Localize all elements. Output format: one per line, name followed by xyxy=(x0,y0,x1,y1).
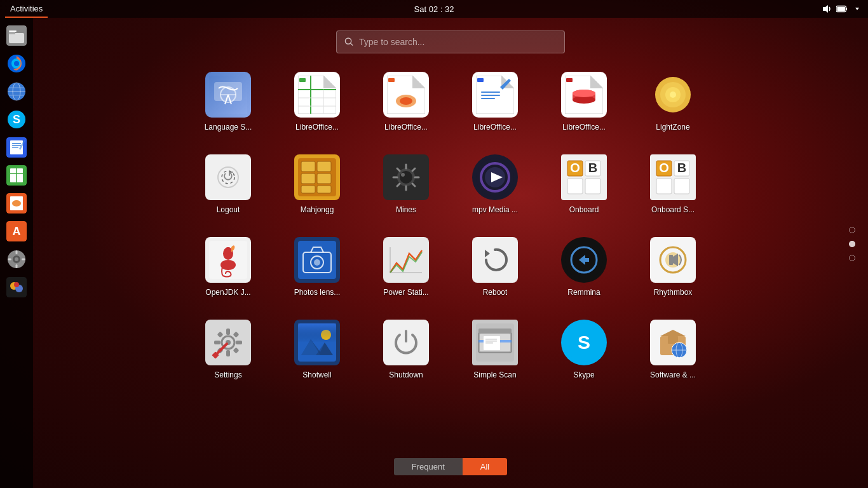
page-dot-2[interactable] xyxy=(849,241,855,247)
app-rhythmbox[interactable]: Rhythmbox xyxy=(635,229,711,305)
svg-rect-71 xyxy=(481,98,495,99)
app-power-station[interactable]: Power Stati... xyxy=(368,229,444,305)
svg-text:S: S xyxy=(13,113,20,126)
svg-rect-149 xyxy=(214,341,220,344)
dock-item-appstore[interactable]: A xyxy=(4,219,29,244)
app-label: Logout xyxy=(217,205,240,214)
svg-point-105 xyxy=(401,173,405,177)
search-icon xyxy=(344,37,354,47)
svg-rect-148 xyxy=(226,350,230,356)
tab-frequent[interactable]: Frequent xyxy=(394,458,463,475)
svg-rect-40 xyxy=(22,259,25,261)
app-openjdk[interactable]: OpenJDK J... xyxy=(190,229,266,305)
app-label: Shotwell xyxy=(302,370,331,379)
app-label: LibreOffice... xyxy=(562,123,606,132)
app-row-4: Settings Shotwell xyxy=(190,311,711,388)
pagination-dots xyxy=(849,227,855,261)
svg-rect-135 xyxy=(476,241,514,279)
activities-button[interactable]: Activities xyxy=(5,0,48,18)
app-simple-scan[interactable]: Simple Scan xyxy=(457,311,533,388)
dock-item-firefox[interactable] xyxy=(4,51,29,76)
svg-rect-115 xyxy=(567,179,583,194)
svg-point-127 xyxy=(225,247,231,254)
svg-rect-142 xyxy=(669,255,673,265)
volume-icon[interactable] xyxy=(821,3,832,15)
svg-rect-147 xyxy=(226,329,230,335)
svg-point-131 xyxy=(314,259,320,266)
dock-item-web[interactable] xyxy=(4,79,29,104)
app-shotwell[interactable]: Shotwell xyxy=(279,311,355,388)
svg-rect-57 xyxy=(299,78,306,82)
svg-rect-7 xyxy=(9,33,24,43)
app-label: LightZone xyxy=(656,123,689,132)
dock-item-gimp[interactable] xyxy=(4,274,29,300)
svg-rect-6 xyxy=(9,30,17,32)
dock-item-impress[interactable] xyxy=(4,191,29,216)
svg-rect-91 xyxy=(317,161,331,172)
app-onboard-settings[interactable]: O B Onboard S... xyxy=(635,146,711,222)
app-shutdown[interactable]: Shutdown xyxy=(368,311,444,388)
app-photos-lens[interactable]: Photos lens... xyxy=(279,229,355,305)
svg-text:A: A xyxy=(13,225,21,238)
app-software-updates[interactable]: Software & ... xyxy=(635,311,711,388)
dock-item-system-settings[interactable] xyxy=(4,247,29,272)
svg-rect-89 xyxy=(301,173,315,184)
svg-line-46 xyxy=(351,43,353,45)
svg-rect-171 xyxy=(485,342,493,344)
svg-rect-70 xyxy=(481,95,500,96)
app-label: LibreOffice... xyxy=(384,123,428,132)
search-box[interactable] xyxy=(336,30,565,53)
app-label: LibreOffice... xyxy=(473,123,517,132)
app-label: Shutdown xyxy=(389,370,423,379)
svg-rect-39 xyxy=(8,259,11,261)
app-libreoffice-base[interactable]: LibreOffice... xyxy=(546,64,622,140)
app-logout[interactable]: ↺ Logout xyxy=(190,146,266,222)
page-dot-1[interactable] xyxy=(849,227,855,233)
svg-rect-169 xyxy=(485,339,497,340)
app-language-support[interactable]: Language S... xyxy=(190,64,266,140)
app-label: LibreOffice... xyxy=(295,123,339,132)
app-label: Onboard S... xyxy=(651,205,695,214)
svg-text:S: S xyxy=(578,332,590,353)
app-skype[interactable]: S Skype xyxy=(546,311,622,388)
svg-point-65 xyxy=(400,97,412,105)
dropdown-icon[interactable] xyxy=(851,3,863,15)
bottom-tabs: Frequent All xyxy=(33,458,868,475)
svg-text:O: O xyxy=(570,161,580,175)
app-settings[interactable]: Settings xyxy=(190,311,266,388)
svg-point-45 xyxy=(345,38,351,44)
dock-item-calc[interactable] xyxy=(4,163,29,188)
svg-text:B: B xyxy=(588,161,597,175)
app-lightzone[interactable]: LightZone xyxy=(635,64,711,140)
svg-rect-123 xyxy=(674,179,689,194)
svg-rect-68 xyxy=(477,78,484,82)
app-row-1: Language S... LibreOffice... xyxy=(190,64,711,140)
dock-item-skype[interactable]: S xyxy=(4,107,29,132)
app-onboard[interactable]: O B Onboard xyxy=(546,146,622,222)
svg-point-11 xyxy=(14,61,19,66)
search-input[interactable] xyxy=(359,37,557,47)
page-dot-3[interactable] xyxy=(849,255,855,261)
app-mines[interactable]: Mines xyxy=(368,146,444,222)
app-remmina[interactable]: Remmina xyxy=(546,229,622,305)
app-reboot[interactable]: Reboot xyxy=(457,229,533,305)
svg-rect-48 xyxy=(214,82,242,101)
app-libreoffice-calc[interactable]: LibreOffice... xyxy=(279,64,355,140)
topbar: Activities Sat 02 : 32 xyxy=(0,0,868,18)
battery-icon[interactable] xyxy=(836,3,848,15)
svg-rect-178 xyxy=(668,336,678,344)
app-libreoffice-writer[interactable]: LibreOffice... xyxy=(457,64,533,140)
svg-marker-0 xyxy=(823,5,828,13)
dock-item-files[interactable] xyxy=(4,23,29,48)
svg-marker-4 xyxy=(855,8,859,10)
svg-point-78 xyxy=(573,90,595,97)
svg-rect-2 xyxy=(846,8,847,10)
app-mpv[interactable]: mpv Media ... xyxy=(457,146,533,222)
app-mahjongg[interactable]: Mahjongg xyxy=(279,146,355,222)
dock-item-writer[interactable] xyxy=(4,135,29,160)
svg-rect-63 xyxy=(388,78,395,82)
svg-marker-62 xyxy=(412,76,425,88)
app-libreoffice-impress[interactable]: LibreOffice... xyxy=(368,64,444,140)
tab-all[interactable]: All xyxy=(463,458,507,475)
app-label: Power Stati... xyxy=(383,288,428,297)
